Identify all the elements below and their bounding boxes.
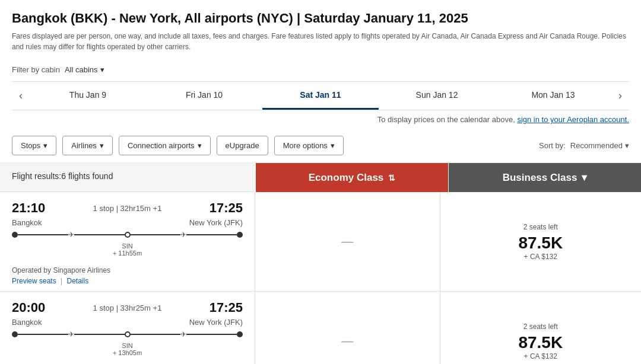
- cabin-select-value: All cabins: [65, 65, 98, 74]
- stop-dot-1: [125, 331, 131, 337]
- results-count: 6 flights found: [61, 171, 113, 181]
- eupgrade-button[interactable]: eUpgrade: [217, 136, 268, 155]
- plane-icon-0: ✈: [68, 231, 74, 239]
- points-cash-1: + CA $132: [524, 352, 557, 360]
- flight-line-container-1: ✈ ✈ SIN + 13h05m: [12, 330, 243, 356]
- flight-line-container-0: ✈ ✈ SIN + 11h55m: [12, 231, 243, 257]
- more-options-button[interactable]: More options ▾: [274, 136, 344, 155]
- sort-value: Recommended: [570, 141, 623, 150]
- economy-class-header[interactable]: Economy Class ⇅: [255, 163, 448, 192]
- origin-1: Bangkok: [12, 318, 42, 327]
- dest-dot-0: [237, 232, 243, 238]
- date-item-2[interactable]: Sat Jan 11: [262, 82, 379, 110]
- line-segment-2: [74, 234, 125, 235]
- connection-airports-filter-button[interactable]: Connection airports ▾: [119, 136, 211, 155]
- origin-dot-1: [12, 331, 18, 337]
- stop-airport-0: SIN: [122, 242, 132, 250]
- stop-duration-1: + 13h05m: [113, 349, 142, 356]
- line-segment-8: [186, 334, 237, 335]
- preview-links-0: Preview seats | Details: [12, 277, 243, 285]
- results-label-text: Flight results:: [12, 171, 61, 181]
- flight-line-1: ✈ ✈: [12, 330, 243, 339]
- arrive-time-0: 17:25: [210, 200, 243, 216]
- airlines-filter-button[interactable]: Airlines ▾: [62, 136, 113, 155]
- flight-cities-1: Bangkok New York (JFK): [12, 318, 243, 327]
- sort-arrows-icon: ⇅: [388, 173, 395, 183]
- date-navigation: ‹ Thu Jan 9 Fri Jan 10 Sat Jan 11 Sun Ja…: [12, 81, 629, 110]
- flight-line-0: ✈ ✈: [12, 231, 243, 239]
- aeroplan-note-text: To display prices on the calendar above,: [377, 115, 515, 124]
- chevron-down-icon: ▾: [625, 141, 629, 150]
- origin-0: Bangkok: [12, 218, 42, 227]
- flight-times-0: 21:10 1 stop | 32hr15m +1 17:25: [12, 200, 243, 216]
- flight-info-0: 21:10 1 stop | 32hr15m +1 17:25 Bangkok …: [0, 192, 255, 291]
- page-title: Bangkok (BKK) - New York, All airports (…: [12, 11, 629, 26]
- economy-cell-1[interactable]: —: [255, 292, 440, 364]
- results-label: Flight results:6 flights found: [0, 163, 255, 192]
- sort-select[interactable]: Recommended ▾: [570, 141, 629, 150]
- date-item-0[interactable]: Thu Jan 9: [30, 82, 146, 110]
- top-section: Bangkok (BKK) - New York, All airports (…: [0, 0, 641, 58]
- business-cell-1[interactable]: 2 seats left 87.5K + CA $132: [440, 292, 642, 364]
- line-segment-5: [18, 334, 68, 335]
- chevron-down-icon: ▾: [331, 141, 335, 150]
- arrive-time-1: 17:25: [210, 300, 243, 315]
- stop-duration-0: + 11h55m: [113, 250, 142, 257]
- cabin-select[interactable]: All cabins ▾: [65, 65, 104, 74]
- depart-time-0: 21:10: [12, 200, 45, 216]
- line-segment-3: [131, 234, 181, 235]
- sort-label: Sort by:: [539, 141, 566, 150]
- separator-0: |: [61, 277, 62, 285]
- prev-date-arrow[interactable]: ‹: [12, 82, 30, 110]
- flight-times-1: 20:00 1 stop | 33hr25m +1 17:25: [12, 300, 243, 315]
- preview-seats-link-0[interactable]: Preview seats: [12, 277, 56, 285]
- plane-icon-1: ✈: [180, 231, 186, 239]
- dest-dot-1: [237, 331, 243, 337]
- stop-dot-0: [125, 232, 131, 238]
- stops-filter-button[interactable]: Stops ▾: [12, 136, 56, 155]
- business-class-label: Business Class: [503, 172, 577, 184]
- economy-cell-0[interactable]: —: [255, 192, 440, 291]
- business-cell-0[interactable]: 2 seats left 87.5K + CA $132: [440, 192, 642, 291]
- date-item-3[interactable]: Sun Jan 12: [379, 82, 495, 110]
- points-value-0: 87.5K: [518, 234, 563, 253]
- aeroplan-note: To display prices on the calendar above,…: [0, 110, 641, 129]
- flight-stops-1: 1 stop | 33hr25m +1: [93, 304, 162, 312]
- seats-left-1: 2 seats left: [523, 323, 558, 331]
- results-header: Flight results:6 flights found Economy C…: [0, 163, 641, 192]
- origin-dot-0: [12, 232, 18, 238]
- details-link-0[interactable]: Details: [67, 277, 89, 285]
- plane-icon-3: ✈: [180, 330, 186, 339]
- stop-airport-1: SIN: [122, 342, 132, 349]
- points-value-1: 87.5K: [518, 333, 563, 352]
- destination-1: New York (JFK): [189, 318, 243, 327]
- operated-by-0: Operated by Singapore Airlines: [12, 266, 243, 274]
- chevron-down-icon: ▾: [582, 171, 587, 184]
- flight-row: 20:00 1 stop | 33hr25m +1 17:25 Bangkok …: [0, 292, 641, 364]
- filter-bar: Stops ▾ Airlines ▾ Connection airports ▾…: [0, 129, 641, 163]
- line-segment-7: [131, 334, 181, 335]
- economy-dash-0: —: [341, 235, 353, 248]
- flight-cities-0: Bangkok New York (JFK): [12, 218, 243, 227]
- line-segment-4: [186, 234, 237, 235]
- more-options-label: More options: [283, 141, 328, 150]
- chevron-down-icon: ▾: [100, 65, 104, 74]
- chevron-down-icon: ▾: [198, 141, 202, 150]
- connection-airports-label: Connection airports: [128, 141, 195, 150]
- fare-disclaimer: Fares displayed are per person, one way,…: [12, 31, 629, 52]
- flight-row: 21:10 1 stop | 32hr15m +1 17:25 Bangkok …: [0, 192, 641, 292]
- depart-time-1: 20:00: [12, 300, 45, 315]
- destination-0: New York (JFK): [189, 218, 243, 227]
- aeroplan-signin-link[interactable]: sign in to your Aeroplan account.: [517, 115, 629, 124]
- eupgrade-label: eUpgrade: [226, 141, 259, 150]
- flight-stops-0: 1 stop | 32hr15m +1: [93, 204, 162, 213]
- chevron-down-icon: ▾: [43, 141, 47, 150]
- chevron-down-icon: ▾: [100, 141, 104, 150]
- next-date-arrow[interactable]: ›: [611, 82, 629, 110]
- date-item-4[interactable]: Mon Jan 13: [495, 82, 611, 110]
- date-item-1[interactable]: Fri Jan 10: [146, 82, 262, 110]
- business-class-header[interactable]: Business Class ▾: [448, 163, 641, 192]
- line-segment-6: [74, 334, 125, 335]
- flight-info-1: 20:00 1 stop | 33hr25m +1 17:25 Bangkok …: [0, 292, 255, 364]
- cabin-filter-row: Filter by cabin All cabins ▾: [0, 58, 641, 81]
